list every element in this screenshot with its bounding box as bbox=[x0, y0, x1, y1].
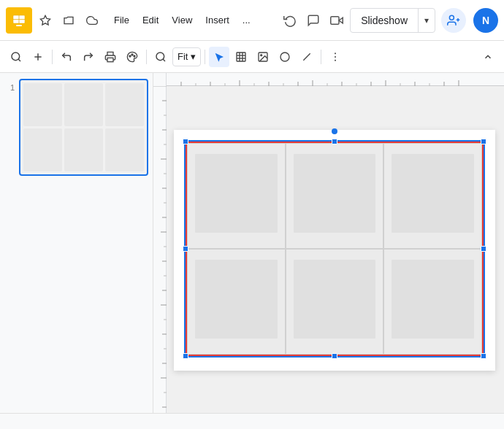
svg-rect-16 bbox=[107, 58, 113, 61]
line-tool[interactable] bbox=[297, 47, 317, 67]
share-button[interactable] bbox=[441, 8, 466, 33]
menu-edit[interactable]: Edit bbox=[137, 12, 164, 28]
img-cell-2[interactable] bbox=[286, 143, 384, 249]
svg-line-30 bbox=[304, 53, 310, 60]
rotate-handle[interactable] bbox=[332, 128, 337, 134]
img-cell-inner-6 bbox=[392, 260, 474, 338]
menu-insert[interactable]: Insert bbox=[199, 12, 235, 28]
select-tool[interactable] bbox=[209, 47, 229, 67]
svg-point-32 bbox=[335, 56, 336, 58]
img-cell-inner-4 bbox=[195, 260, 278, 338]
zoom-label: Fit bbox=[177, 51, 188, 62]
separator3 bbox=[205, 50, 205, 64]
thumb-grid bbox=[20, 80, 147, 174]
thumb-cell-6 bbox=[105, 128, 144, 171]
svg-point-12 bbox=[12, 53, 20, 61]
thumb-cell-1 bbox=[23, 83, 62, 126]
menu-bar: File Edit View Insert ... bbox=[108, 12, 256, 28]
img-cell-inner-3 bbox=[392, 154, 474, 232]
slide-number-1: 1 bbox=[4, 79, 15, 92]
img-cell-inner-1 bbox=[195, 154, 278, 232]
print-button[interactable] bbox=[100, 47, 121, 67]
search-button[interactable] bbox=[6, 47, 26, 67]
svg-point-28 bbox=[261, 54, 262, 55]
comment-icon[interactable] bbox=[303, 10, 324, 31]
svg-rect-8 bbox=[331, 16, 339, 24]
menu-more[interactable]: ... bbox=[237, 12, 256, 28]
resize-tool[interactable] bbox=[231, 47, 251, 67]
thumb-cell-2 bbox=[64, 83, 103, 126]
zoom-out-button[interactable] bbox=[150, 47, 171, 67]
table-container[interactable] bbox=[186, 142, 484, 356]
zoom-in-button[interactable] bbox=[28, 47, 48, 67]
img-cell-1[interactable] bbox=[187, 143, 286, 249]
zoom-dropdown[interactable]: Fit ▾ bbox=[172, 47, 201, 66]
svg-point-20 bbox=[156, 53, 164, 61]
svg-point-31 bbox=[335, 53, 336, 54]
history-icon[interactable] bbox=[280, 10, 300, 31]
svg-point-29 bbox=[280, 53, 289, 61]
separator4 bbox=[321, 50, 321, 64]
cloud-icon[interactable] bbox=[82, 10, 102, 31]
main-area: 1 bbox=[0, 73, 504, 413]
shape-tool[interactable] bbox=[275, 47, 295, 67]
svg-line-13 bbox=[18, 59, 20, 61]
separator2 bbox=[146, 50, 147, 64]
img-cell-inner-2 bbox=[294, 154, 376, 232]
paint-button[interactable] bbox=[122, 47, 142, 67]
image-table bbox=[187, 143, 482, 355]
img-cell-5[interactable] bbox=[286, 249, 384, 355]
svg-point-18 bbox=[131, 54, 133, 55]
svg-marker-7 bbox=[339, 18, 343, 23]
top-bar: File Edit View Insert ... Slideshow ▾ bbox=[0, 0, 504, 41]
image-tool[interactable] bbox=[253, 47, 273, 67]
thumb-cell-4 bbox=[23, 128, 62, 171]
slideshow-button[interactable]: Slideshow ▾ bbox=[350, 8, 435, 33]
bookmark-icon[interactable] bbox=[35, 10, 56, 31]
svg-point-9 bbox=[449, 15, 454, 20]
img-cell-6[interactable] bbox=[383, 249, 482, 355]
user-avatar[interactable]: N bbox=[473, 8, 498, 33]
svg-line-21 bbox=[163, 59, 165, 61]
folder-icon[interactable] bbox=[58, 10, 79, 31]
slideshow-dropdown[interactable]: ▾ bbox=[419, 9, 435, 32]
undo-button[interactable] bbox=[56, 47, 77, 67]
canvas-area bbox=[153, 73, 504, 413]
slide-thumbnail-1[interactable] bbox=[19, 79, 148, 176]
collapse-toolbar-button[interactable] bbox=[478, 47, 498, 67]
img-cell-3[interactable] bbox=[383, 143, 482, 249]
svg-rect-5 bbox=[16, 25, 22, 26]
more-options-button[interactable] bbox=[325, 47, 345, 67]
img-cell-inner-5 bbox=[294, 260, 376, 338]
bottom-bar bbox=[0, 413, 504, 429]
thumb-cell-3 bbox=[105, 83, 144, 126]
thumb-cell-5 bbox=[64, 128, 103, 171]
svg-marker-6 bbox=[40, 15, 50, 25]
svg-point-19 bbox=[134, 55, 135, 57]
menu-view[interactable]: View bbox=[166, 12, 198, 28]
app-icon[interactable] bbox=[6, 7, 32, 34]
slides-panel: 1 bbox=[0, 73, 153, 413]
svg-rect-22 bbox=[237, 53, 245, 61]
zoom-chevron: ▾ bbox=[191, 51, 196, 62]
ruler-left bbox=[153, 73, 167, 413]
slide-1-row: 1 bbox=[4, 79, 148, 176]
ruler-top bbox=[153, 73, 504, 86]
img-cell-4[interactable] bbox=[187, 249, 286, 355]
camera-icon[interactable] bbox=[327, 10, 347, 31]
svg-point-17 bbox=[129, 55, 131, 57]
menu-file[interactable]: File bbox=[108, 12, 135, 28]
svg-point-33 bbox=[335, 59, 336, 61]
slide-canvas[interactable] bbox=[174, 130, 495, 371]
redo-button[interactable] bbox=[78, 47, 99, 67]
separator1 bbox=[52, 50, 53, 64]
slideshow-label[interactable]: Slideshow bbox=[351, 9, 419, 32]
toolbar2: Fit ▾ bbox=[0, 41, 504, 73]
